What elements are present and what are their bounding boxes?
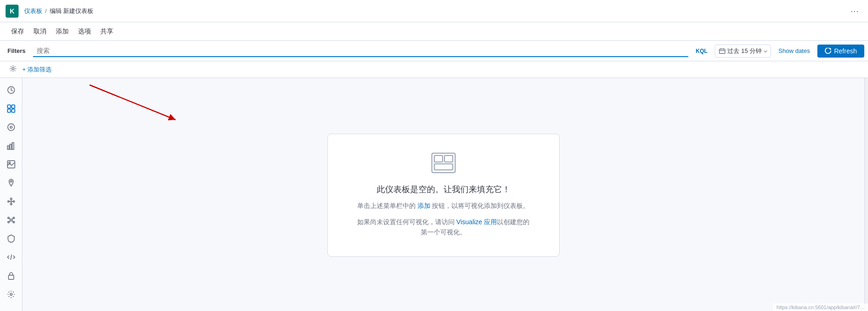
svg-point-21 [10,203,12,205]
sidebar-item-devtools[interactable] [3,249,20,266]
top-bar: K 仪表板 / 编辑 新建仪表板 ⋯ [0,0,868,22]
show-dates-button[interactable]: Show dates [775,45,814,56]
cancel-button[interactable]: 取消 [30,26,50,38]
right-scrollbar[interactable] [864,78,868,311]
svg-rect-8 [7,109,11,112]
empty-state-icon [356,153,531,175]
time-label: 过去 15 分钟 [727,47,762,55]
sidebar-item-maps[interactable] [3,175,20,191]
svg-rect-39 [444,156,453,162]
svg-point-4 [12,68,14,70]
sidebar-item-visualize[interactable] [3,137,20,154]
breadcrumb-current: 编辑 新建仪表板 [50,7,94,15]
svg-point-19 [10,198,12,200]
sidebar-item-ml[interactable] [3,193,20,210]
svg-rect-0 [719,49,725,53]
app-logo: K [6,5,19,18]
sidebar [0,78,22,311]
visualize-link[interactable]: Visualize 应用 [457,218,497,226]
options-button[interactable]: 选项 [74,26,95,38]
svg-line-29 [9,218,10,220]
action-bar: 保存 取消 添加 选项 共享 [0,22,868,41]
save-button[interactable]: 保存 [7,26,28,38]
svg-point-18 [7,201,9,202]
breadcrumb-separator: / [45,7,47,14]
sidebar-item-recent[interactable] [3,82,20,98]
svg-point-11 [10,126,12,129]
svg-rect-6 [7,105,11,108]
time-picker[interactable]: 过去 15 分钟 [715,45,771,58]
svg-line-30 [12,218,13,220]
url-bar: https://kibana.cn:5601/app/kibana#/7... [773,304,868,311]
svg-rect-38 [434,156,443,162]
sidebar-item-siem[interactable] [3,230,20,247]
svg-line-32 [12,220,13,222]
breadcrumb: 仪表板 / 编辑 新建仪表板 [24,7,93,15]
svg-line-33 [10,254,11,259]
window-controls[interactable]: ⋯ [847,4,862,18]
add-link[interactable]: 添加 [418,202,431,209]
sidebar-item-discover[interactable] [3,119,20,136]
svg-line-36 [90,85,176,120]
share-button[interactable]: 共享 [97,26,117,38]
kql-badge[interactable]: KQL [692,48,711,54]
svg-point-35 [10,293,12,296]
svg-point-16 [8,162,10,163]
svg-point-17 [10,181,12,182]
svg-point-10 [7,124,14,131]
search-input-wrap [33,45,688,57]
filter-bar: Filters KQL 过去 15 分钟 Show dates Refresh [0,41,868,61]
refresh-button[interactable]: Refresh [817,45,864,58]
svg-rect-34 [8,275,13,279]
sidebar-item-monitoring[interactable] [3,267,20,284]
svg-rect-14 [12,143,13,149]
gear-icon [9,65,17,72]
svg-rect-12 [7,146,9,149]
svg-rect-13 [10,144,11,149]
main-content: 此仪表板是空的。让我们来填充它！ 单击上述菜单栏中的 添加 按钮，以将可视化添加… [22,78,864,311]
sidebar-item-dashboard[interactable] [3,100,20,117]
breadcrumb-home[interactable]: 仪表板 [24,7,42,15]
svg-rect-40 [434,164,453,170]
refresh-icon [825,48,831,54]
empty-state-desc1: 单击上述菜单栏中的 添加 按钮，以将可视化添加到仪表板。 [356,201,531,211]
empty-state-title: 此仪表板是空的。让我们来填充它！ [356,184,531,195]
add-filter-button[interactable]: + 添加筛选 [22,65,52,74]
layout: 此仪表板是空的。让我们来填充它！ 单击上述菜单栏中的 添加 按钮，以将可视化添加… [0,78,868,311]
add-button[interactable]: 添加 [52,26,72,38]
svg-rect-7 [12,105,15,108]
empty-state: 此仪表板是空的。让我们来填充它！ 单击上述菜单栏中的 添加 按钮，以将可视化添加… [327,134,560,256]
gear-button[interactable] [7,64,19,75]
filters-label: Filters [4,47,29,54]
sidebar-item-canvas[interactable] [3,156,20,173]
svg-rect-9 [12,109,15,112]
svg-line-31 [9,220,10,222]
svg-point-20 [13,201,14,202]
sidebar-item-graph[interactable] [3,212,20,228]
refresh-label: Refresh [834,47,857,55]
sidebar-item-management[interactable] [3,286,20,303]
add-filter-row: + 添加筛选 [0,61,868,78]
search-input[interactable] [33,47,688,54]
chevron-down-icon [764,49,767,52]
empty-state-desc2: 如果尚未设置任何可视化，请访问 Visualize 应用以创建您的第一个可视化。 [356,217,531,238]
